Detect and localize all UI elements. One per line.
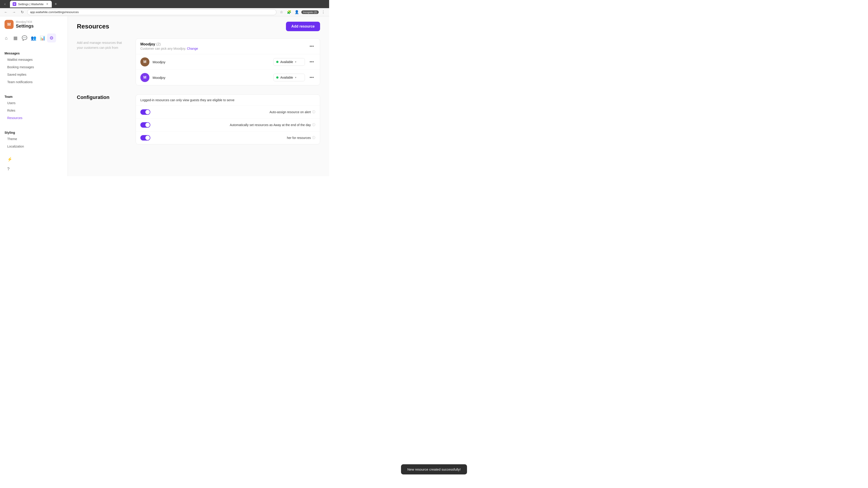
sidebar-item-saved-replies[interactable]: Saved replies bbox=[4, 71, 63, 78]
styling-section-header: Styling bbox=[4, 131, 63, 134]
resource-group-desc: Customer can pick any Moodjoy. Change bbox=[141, 47, 198, 51]
config-label-1: Auto-assign resource on alert ⓘ bbox=[270, 110, 315, 114]
nav-users-icon[interactable]: 👥 bbox=[29, 33, 38, 42]
config-description-row: Logged-in resources can only view guests… bbox=[136, 95, 320, 106]
sidebar-logo: M Moodjoy7434 Settings bbox=[0, 20, 68, 33]
toggle-knob-1 bbox=[145, 110, 150, 114]
sidebar-item-booking-messages[interactable]: Booking messages bbox=[4, 64, 63, 71]
resource-section: Moodjoy (2) Customer can pick any Moodjo… bbox=[135, 38, 320, 86]
menu-btn[interactable]: ⋮ bbox=[320, 9, 327, 15]
profile-btn[interactable]: 👤 bbox=[293, 9, 300, 15]
sidebar-help-icon[interactable]: ? bbox=[4, 165, 63, 173]
resources-grid: Add and manage resources that your custo… bbox=[77, 38, 320, 86]
logo-subtitle: Moodjoy7434 bbox=[16, 20, 34, 24]
logo-title: Settings bbox=[16, 24, 34, 29]
config-label-3: her for resources ⓘ bbox=[287, 136, 315, 140]
config-card: Logged-in resources can only view guests… bbox=[135, 94, 320, 144]
bookmark-btn[interactable]: ☆ bbox=[278, 9, 285, 15]
status-dot-1 bbox=[276, 61, 278, 63]
status-dropdown-1[interactable]: Available ▾ bbox=[273, 58, 305, 66]
config-description-text: Logged-in resources can only view guests… bbox=[141, 98, 235, 102]
resource-2-more-btn[interactable]: ••• bbox=[308, 74, 315, 81]
status-dropdown-2[interactable]: Available ▾ bbox=[273, 74, 305, 81]
resource-group-more-btn[interactable]: ••• bbox=[308, 43, 315, 50]
toggle-3[interactable] bbox=[141, 135, 150, 140]
resource-name-1: Moodjoy bbox=[153, 60, 270, 64]
page-title: Resources bbox=[77, 23, 109, 30]
status-dot-2 bbox=[276, 76, 278, 78]
sidebar-nav-icons: ⌂ ▦ 💬 👥 📊 ⚙ bbox=[0, 33, 68, 42]
config-help-icon-2: ⓘ bbox=[312, 123, 315, 127]
sidebar-avatar[interactable]: M bbox=[4, 175, 63, 176]
config-label-2: Automatically set resources as Away at t… bbox=[230, 123, 315, 127]
config-section: Configuration Logged-in resources can on… bbox=[77, 94, 320, 144]
sidebar-item-resources[interactable]: Resources bbox=[4, 114, 63, 122]
toggle-knob-2 bbox=[145, 123, 150, 127]
resource-avatar-2: M bbox=[141, 73, 149, 82]
address-bar: ← → ↻ ☆ 🧩 👤 Incognito (2) ⋮ bbox=[0, 8, 329, 16]
main-content: Resources Add resource Add and manage re… bbox=[68, 16, 329, 176]
address-input[interactable] bbox=[27, 9, 276, 15]
config-help-icon-1: ⓘ bbox=[312, 110, 315, 114]
logo-avatar: M bbox=[4, 20, 13, 29]
sidebar-item-users[interactable]: Users bbox=[4, 99, 63, 107]
resource-avatar-1: M bbox=[141, 57, 149, 66]
change-link[interactable]: Change bbox=[187, 47, 198, 51]
status-label-1: Available bbox=[280, 60, 293, 64]
config-row-3: her for resources ⓘ bbox=[136, 131, 320, 144]
resource-group-title: Moodjoy (2) bbox=[141, 42, 198, 46]
sidebar-item-localization[interactable]: Localization bbox=[4, 143, 63, 150]
styling-section: Styling Theme Localization bbox=[0, 127, 68, 152]
new-tab-btn[interactable]: + bbox=[53, 1, 59, 7]
sidebar-item-team-notifications[interactable]: Team notifications bbox=[4, 78, 63, 86]
toggle-away-end-of-day[interactable] bbox=[141, 122, 150, 128]
config-row-1: Auto-assign resource on alert ⓘ bbox=[136, 106, 320, 119]
nav-settings-icon[interactable]: ⚙ bbox=[47, 33, 56, 42]
nav-home-icon[interactable]: ⌂ bbox=[2, 33, 11, 42]
dropdown-arrow-2: ▾ bbox=[295, 76, 296, 79]
browser-tab[interactable]: M Settings | Waitwhile ✕ bbox=[10, 1, 52, 7]
nav-chart-icon[interactable]: 📊 bbox=[38, 33, 47, 42]
nav-calendar-icon[interactable]: ▦ bbox=[11, 33, 20, 42]
team-section-header: Team bbox=[4, 95, 63, 98]
incognito-badge[interactable]: Incognito (2) bbox=[301, 10, 319, 14]
status-label-2: Available bbox=[280, 76, 293, 79]
resource-name-2: Moodjoy bbox=[153, 76, 270, 79]
refresh-btn[interactable]: ↻ bbox=[19, 9, 25, 15]
config-row-2: Automatically set resources as Away at t… bbox=[136, 119, 320, 131]
messages-section: Messages Waitlist messages Booking messa… bbox=[0, 48, 68, 88]
team-section: Team Users Roles Resources bbox=[0, 91, 68, 124]
page-header: Resources Add resource bbox=[77, 22, 320, 31]
resource-row-2: M Moodjoy Available ▾ ••• bbox=[136, 70, 320, 85]
sidebar-item-roles[interactable]: Roles bbox=[4, 107, 63, 114]
tab-favicon: M bbox=[13, 2, 16, 6]
sidebar-item-waitlist-messages[interactable]: Waitlist messages bbox=[4, 56, 63, 63]
sidebar-item-theme[interactable]: Theme bbox=[4, 135, 63, 142]
add-resource-button[interactable]: Add resource bbox=[286, 22, 320, 31]
messages-section-header: Messages bbox=[4, 52, 63, 55]
resource-row: M Moodjoy Available ▾ ••• bbox=[136, 54, 320, 70]
forward-btn[interactable]: → bbox=[11, 9, 17, 15]
extensions-btn[interactable]: 🧩 bbox=[286, 9, 292, 15]
resources-description: Add and manage resources that your custo… bbox=[77, 38, 127, 86]
sidebar: M Moodjoy7434 Settings ⌂ ▦ 💬 👥 📊 ⚙ Messa… bbox=[0, 16, 68, 176]
browser-tab-bar: ‹ M Settings | Waitwhile ✕ + bbox=[0, 0, 329, 8]
config-grid: Configuration Logged-in resources can on… bbox=[77, 94, 320, 144]
toggle-knob-3 bbox=[145, 135, 150, 140]
dropdown-arrow-1: ▾ bbox=[295, 60, 296, 64]
toggle-auto-assign[interactable] bbox=[141, 109, 150, 115]
tab-prev-btn[interactable]: ‹ bbox=[2, 1, 8, 7]
resource-1-more-btn[interactable]: ••• bbox=[308, 58, 315, 66]
sidebar-lightning-icon[interactable]: ⚡ bbox=[4, 155, 63, 164]
tab-title: Settings | Waitwhile bbox=[18, 2, 43, 6]
nav-chat-icon[interactable]: 💬 bbox=[20, 33, 29, 42]
config-title: Configuration bbox=[77, 94, 127, 100]
back-btn[interactable]: ← bbox=[3, 9, 9, 15]
tab-close-btn[interactable]: ✕ bbox=[45, 2, 49, 6]
resource-section-header: Moodjoy (2) Customer can pick any Moodjo… bbox=[136, 39, 320, 54]
config-help-icon-3: ⓘ bbox=[312, 136, 315, 140]
